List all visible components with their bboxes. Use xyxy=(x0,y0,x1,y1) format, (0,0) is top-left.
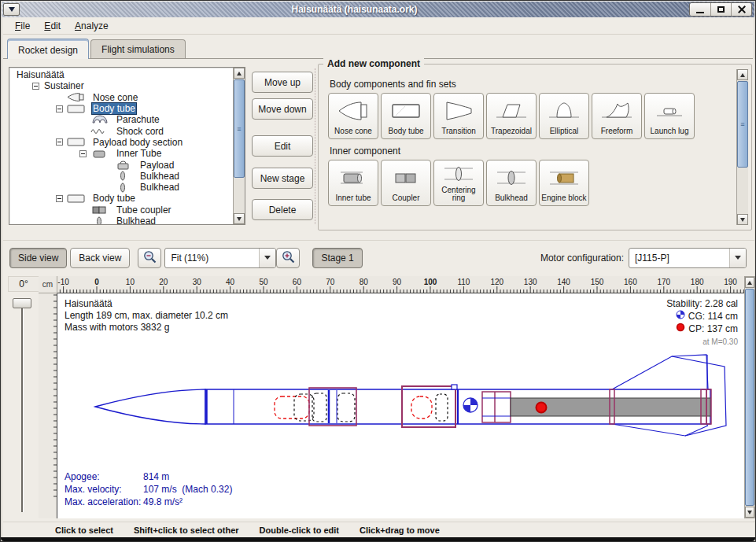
add-launch-lug-button[interactable]: Launch lug xyxy=(644,93,695,139)
cp-marker xyxy=(537,403,547,413)
inner-tube-icon xyxy=(336,160,371,194)
tree-expander[interactable] xyxy=(56,105,63,112)
palette-section-label: Body components and fin sets xyxy=(330,79,736,90)
edit-button[interactable]: Edit xyxy=(252,135,313,157)
delete-button[interactable]: Delete xyxy=(252,199,313,220)
tree-item-bulkhead[interactable]: Bulkhead xyxy=(10,182,232,193)
zoom-level-select[interactable]: Fit (11%) xyxy=(164,248,276,268)
tree-expander[interactable] xyxy=(56,138,63,146)
tree-item-payload-body-section[interactable]: Payload body section xyxy=(10,137,232,148)
rotation-slider-handle[interactable] xyxy=(13,298,31,308)
add-trapezoidal-button[interactable]: Trapezoidal xyxy=(486,93,537,139)
minimize-button[interactable] xyxy=(690,3,710,16)
move-up-button[interactable]: Move up xyxy=(252,72,313,93)
move-down-button[interactable]: Move down xyxy=(252,98,313,120)
tab-flight-simulations[interactable]: Flight simulations xyxy=(90,39,186,58)
palette-button-label: Body tube xyxy=(388,127,423,138)
tree-item-tube-coupler[interactable]: Tube coupler xyxy=(10,205,232,216)
flight-stat-label: Max. velocity: xyxy=(65,483,143,496)
stability-readout: Stability: 2.28 cal CG: 114 cm CP: 137 c… xyxy=(666,298,738,348)
window-controls xyxy=(689,2,752,17)
pane-splitter[interactable] xyxy=(315,68,315,224)
body-tube-icon xyxy=(66,137,87,147)
tree-item-bulkhead[interactable]: Bulkhead xyxy=(10,171,232,182)
tree-item-haisun-t[interactable]: Haisunäätä xyxy=(10,69,232,80)
svg-text:30: 30 xyxy=(193,278,202,286)
add-body-tube-button[interactable]: Body tube xyxy=(381,93,431,139)
add-freeform-button[interactable]: Freeform xyxy=(592,93,642,139)
minimize-icon xyxy=(696,12,704,13)
rotation-slider[interactable] xyxy=(11,297,33,515)
stage-1-button[interactable]: Stage 1 xyxy=(312,248,362,268)
palette-scrollbar-thumb[interactable]: ≡ xyxy=(737,81,748,168)
hint-bar: Click to selectShift+click to select oth… xyxy=(3,522,754,537)
window-bottom-edge xyxy=(1,537,755,541)
scroll-down-button[interactable] xyxy=(234,213,245,224)
tab-rocket-design[interactable]: Rocket design xyxy=(7,39,89,59)
tree-expander[interactable] xyxy=(56,195,63,202)
add-centering-ring-button[interactable]: Centering ring xyxy=(433,160,484,206)
add-bulkhead-button[interactable]: Bulkhead xyxy=(486,160,537,206)
transition-icon xyxy=(441,94,476,127)
maximize-button[interactable] xyxy=(710,3,731,16)
add-nose-cone-button[interactable]: Nose cone xyxy=(328,93,378,139)
hint-double-click-to-edit: Double-click to edit xyxy=(260,525,339,535)
tree-expander[interactable] xyxy=(79,150,87,157)
new-stage-button[interactable]: New stage xyxy=(252,168,313,189)
add-engine-block-button[interactable]: Engine block xyxy=(539,160,589,206)
palette-button-label: Centering ring xyxy=(434,186,483,205)
tree-item-body-tube[interactable]: Body tube xyxy=(10,193,232,204)
back-view-button[interactable]: Back view xyxy=(70,248,130,268)
add-inner-tube-button[interactable]: Inner tube xyxy=(328,160,378,206)
scroll-up-button[interactable] xyxy=(737,69,748,80)
scroll-down-button[interactable] xyxy=(737,214,748,225)
tree-item-label: Bulkhead xyxy=(138,182,181,193)
menu-analyze[interactable]: Analyze xyxy=(68,18,116,34)
centering-ring-icon xyxy=(441,160,476,186)
tree-item-nose-cone[interactable]: Nose cone xyxy=(10,92,232,103)
tree-item-bulkhead[interactable]: Bulkhead xyxy=(10,216,232,225)
motor-configuration-select[interactable]: [J115-P] xyxy=(629,248,747,268)
cg-marker xyxy=(463,398,478,412)
window-menu-icon xyxy=(9,7,15,12)
diagram-scrollbar[interactable] xyxy=(744,276,755,518)
palette-button-label: Engine block xyxy=(541,194,586,205)
arrow-up-icon xyxy=(747,281,752,285)
tree-scrollbar[interactable]: ≡ xyxy=(233,68,245,224)
tree-item-payload[interactable]: Payload xyxy=(10,159,232,170)
svg-text:70: 70 xyxy=(326,278,335,286)
tree-item-parachute[interactable]: Parachute xyxy=(10,114,232,125)
rocket-canvas[interactable]: Haisunäätä Length 189 cm, max. diameter … xyxy=(57,293,744,518)
zoom-out-button[interactable] xyxy=(138,248,161,268)
diagram-scrollbar-thumb[interactable] xyxy=(745,289,754,506)
tree-item-shock-cord[interactable]: Shock cord xyxy=(10,125,232,136)
scroll-down-button[interactable] xyxy=(745,507,754,518)
chevron-down-icon xyxy=(729,249,746,267)
palette-scrollbar[interactable]: ≡ xyxy=(736,69,748,225)
side-view-button[interactable]: Side view xyxy=(9,248,67,268)
tree-scrollbar-thumb[interactable]: ≡ xyxy=(234,79,245,178)
title-bar[interactable]: Haisunäätä (haisunaata.ork) xyxy=(2,2,754,17)
rocket-diagram-panel: 0° cm -100102030405060708090100110120130… xyxy=(3,275,754,521)
add-elliptical-button[interactable]: Elliptical xyxy=(539,93,589,139)
palette-row: Nose coneBody tubeTransitionTrapezoidalE… xyxy=(328,93,736,139)
add-coupler-button[interactable]: Coupler xyxy=(381,160,431,206)
window-menu-button[interactable] xyxy=(3,3,20,16)
add-transition-button[interactable]: Transition xyxy=(433,93,484,139)
close-button[interactable] xyxy=(731,3,751,16)
scroll-up-button[interactable] xyxy=(745,277,754,288)
tree-item-body-tube[interactable]: Body tube xyxy=(10,103,232,114)
menu-file[interactable]: File xyxy=(8,18,37,34)
scroll-up-button[interactable] xyxy=(234,68,245,79)
menu-edit[interactable]: Edit xyxy=(37,18,68,34)
tree-item-sustainer[interactable]: Sustainer xyxy=(10,80,232,91)
tree-item-inner-tube[interactable]: Inner Tube xyxy=(10,148,232,159)
horizontal-ruler: -100102030405060708090100110120130140150… xyxy=(57,276,744,293)
elliptical-fin-icon xyxy=(547,94,581,127)
payload-icon xyxy=(113,160,134,170)
svg-text:130: 130 xyxy=(524,278,537,286)
svg-text:80: 80 xyxy=(360,278,369,286)
app-window: Haisunäätä (haisunaata.ork) FileEditAnal… xyxy=(0,0,756,542)
zoom-in-button[interactable] xyxy=(276,248,300,268)
tree-expander[interactable] xyxy=(32,83,39,90)
